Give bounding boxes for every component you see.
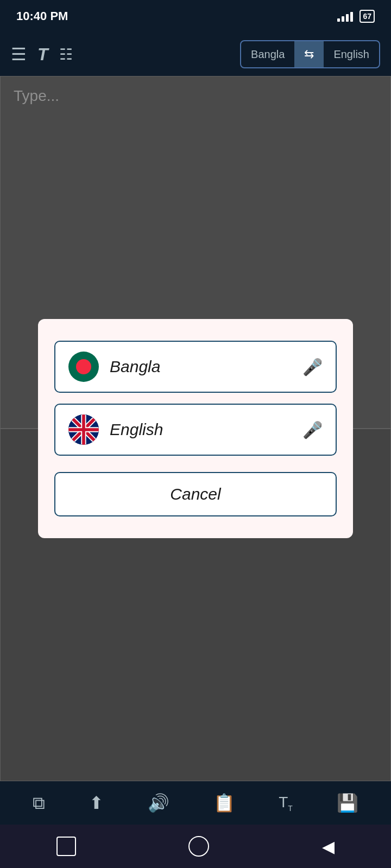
text-size-icon[interactable]: TT [279,794,293,813]
swap-icon: ⇆ [304,47,314,61]
status-bar: 10:40 PM 67 [0,0,391,33]
bangla-label: Bangla [110,358,292,376]
sound-icon[interactable]: 🔊 [148,793,169,813]
navigation-bar: ◀ [0,825,391,868]
main-content-area: Type... Bangla 🎤 [0,76,391,781]
uk-flag-svg [68,414,99,445]
bangla-mic-icon[interactable]: 🎤 [302,358,323,376]
source-language-label: Bangla [241,48,294,61]
status-icons: 67 [337,10,375,23]
bangladesh-flag-icon [68,352,99,382]
language-select-dialog: Bangla 🎤 [38,319,353,538]
english-option-button[interactable]: English 🎤 [54,404,337,456]
red-circle [76,359,91,374]
dialog-overlay: Bangla 🎤 [0,76,391,781]
list-icon[interactable]: ☷ [59,46,73,63]
square-nav-icon[interactable] [56,837,76,856]
copy-icon[interactable]: ⧉ [33,793,45,813]
target-language-label: English [324,48,379,61]
signal-icon [337,11,353,22]
english-label: English [110,420,292,439]
toolbar: ☰ T ☷ Bangla ⇆ English [0,33,391,76]
swap-language-button[interactable]: ⇆ [294,41,324,67]
clipboard-icon[interactable]: 📋 [213,793,235,813]
bangla-option-button[interactable]: Bangla 🎤 [54,341,337,393]
bottom-toolbar: ⧉ ⬆ 🔊 📋 TT 💾 [0,781,391,825]
battery-icon: 67 [360,10,375,23]
menu-icon[interactable]: ☰ [11,44,27,65]
back-nav-icon[interactable]: ◀ [322,837,335,856]
uk-flag-icon [68,414,99,445]
svg-rect-10 [68,428,99,431]
text-format-icon[interactable]: T [37,44,48,65]
language-switcher[interactable]: Bangla ⇆ English [240,40,380,68]
cancel-button[interactable]: Cancel [54,472,337,516]
english-mic-icon[interactable]: 🎤 [302,420,323,439]
circle-nav-icon[interactable] [188,836,209,857]
share-icon[interactable]: ⬆ [89,793,104,813]
save-icon[interactable]: 💾 [337,793,358,813]
time-display: 10:40 PM [16,9,68,23]
